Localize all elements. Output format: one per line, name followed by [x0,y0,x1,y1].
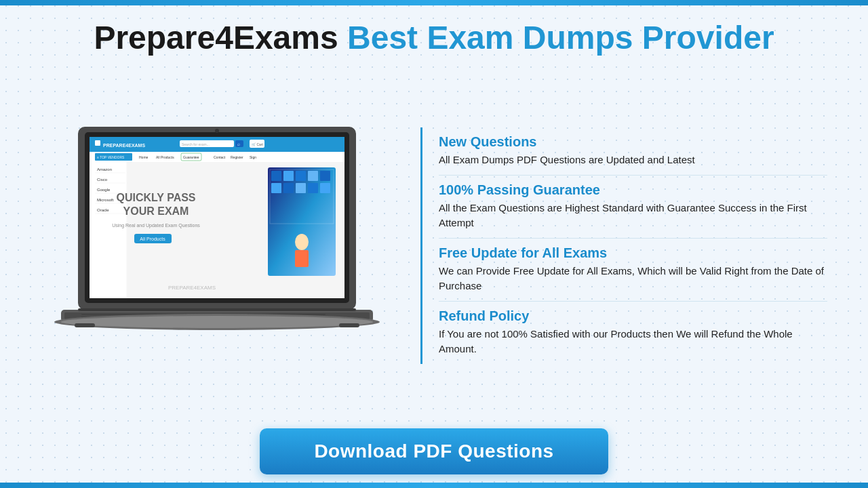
svg-rect-47 [320,171,330,181]
feature-title-passing-guarantee: 100% Passing Guarantee [439,182,827,198]
svg-rect-43 [271,171,281,181]
svg-rect-44 [283,171,294,181]
feature-desc-free-update: We can Provide Free Update for All Exams… [439,264,827,294]
svg-text:Oracle: Oracle [97,208,109,212]
svg-text:Microsoft: Microsoft [97,198,114,202]
svg-point-3 [215,129,219,133]
header: Prepare4Exams Best Exam Dumps Provider [94,20,774,56]
svg-rect-52 [320,183,330,193]
svg-rect-64 [75,323,95,327]
svg-text:Amazon: Amazon [97,167,112,171]
feature-title-refund-policy: Refund Policy [439,308,827,324]
svg-point-63 [61,316,373,328]
svg-text:Home: Home [139,155,149,159]
feature-title-new-questions: New Questions [439,134,827,150]
laptop-svg: PREPARE4EXAMS Search for exam... ⌕ 🛒 Car… [41,113,393,378]
svg-rect-57 [78,308,356,311]
main-content: PREPARE4EXAMS Search for exam... ⌕ 🛒 Car… [41,77,827,415]
main-container: Prepare4Exams Best Exam Dumps Provider [0,0,868,488]
svg-text:PREPARE4EXAMS: PREPARE4EXAMS [103,143,145,148]
svg-rect-65 [339,323,359,327]
brand-name: Prepare4Exams [94,20,338,56]
svg-rect-23 [90,162,127,298]
feature-desc-new-questions: All Exam Dumps PDF Questions are Updated… [439,152,827,168]
svg-text:Google: Google [97,188,111,192]
svg-text:All Products: All Products [156,155,174,159]
feature-desc-passing-guarantee: All the Exam Questions are Highest Stand… [439,201,827,231]
svg-rect-48 [271,183,281,193]
feature-item-new-questions: New QuestionsAll Exam Dumps PDF Question… [439,127,827,176]
tagline: Best Exam Dumps Provider [347,20,774,56]
feature-desc-refund-policy: If You are not 100% Satisfied with our P… [439,327,827,357]
svg-text:PREPARE4EXAMS: PREPARE4EXAMS [168,285,216,291]
svg-text:Sign: Sign [250,155,256,159]
svg-text:Contact: Contact [214,155,226,159]
svg-rect-49 [283,183,294,193]
svg-text:≡ TOP VENDORS: ≡ TOP VENDORS [97,155,125,159]
bottom-bar [0,483,868,488]
feature-item-passing-guarantee: 100% Passing GuaranteeAll the Exam Quest… [439,176,827,239]
feature-item-free-update: Free Update for All ExamsWe can Provide … [439,239,827,302]
svg-rect-51 [308,183,318,193]
svg-text:⌕: ⌕ [237,142,240,146]
svg-text:YOUR EXAM: YOUR EXAM [123,205,189,217]
svg-rect-45 [296,171,306,181]
svg-text:QUICKLY PASS: QUICKLY PASS [116,192,195,203]
svg-rect-54 [295,250,309,267]
feature-title-free-update: Free Update for All Exams [439,245,827,261]
feature-item-refund-policy: Refund PolicyIf You are not 100% Satisfi… [439,302,827,364]
svg-text:Using Real and Updated Exam Qu: Using Real and Updated Exam Questions [112,223,200,228]
svg-point-53 [295,234,309,250]
svg-rect-50 [296,183,306,193]
top-bar [0,0,868,5]
laptop-illustration: PREPARE4EXAMS Search for exam... ⌕ 🛒 Car… [41,113,393,378]
download-button[interactable]: Download PDF Questions [260,428,608,474]
svg-text:🛒 Cart: 🛒 Cart [252,142,263,147]
svg-rect-46 [308,171,318,181]
header-title: Prepare4Exams Best Exam Dumps Provider [94,20,774,56]
svg-text:Guarantee: Guarantee [183,155,199,159]
svg-text:All Products: All Products [140,237,165,241]
svg-rect-5 [95,140,100,146]
download-section: Download PDF Questions [41,428,827,474]
svg-text:Register: Register [231,155,243,159]
svg-text:Cisco: Cisco [97,178,108,182]
svg-text:Search for exam...: Search for exam... [182,142,210,146]
laptop-section: PREPARE4EXAMS Search for exam... ⌕ 🛒 Car… [41,113,393,378]
features-section: New QuestionsAll Exam Dumps PDF Question… [420,127,827,364]
